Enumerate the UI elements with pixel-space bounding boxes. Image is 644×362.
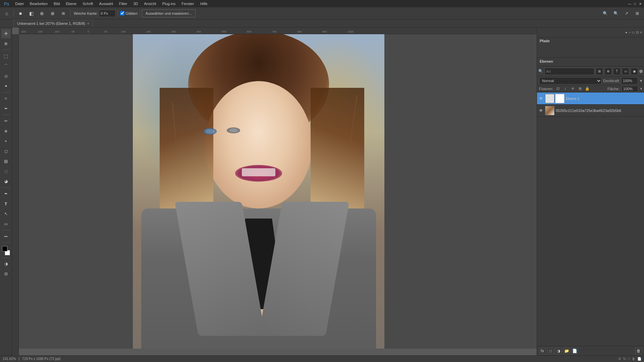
- menu-fenster[interactable]: Fenster: [179, 1, 197, 6]
- clone-tool[interactable]: ⌖: [1, 136, 11, 146]
- arrange-btn[interactable]: ⊞: [633, 9, 642, 18]
- layer-adjustment-button[interactable]: ◑: [555, 348, 562, 354]
- search-icon-btn[interactable]: 🔍: [600, 9, 610, 18]
- lock-transparent-icon[interactable]: ⊡: [555, 86, 560, 92]
- layer-filter-type-btn[interactable]: T: [613, 68, 621, 75]
- weiche-kante-input[interactable]: [99, 10, 116, 17]
- minimize-button[interactable]: —: [627, 1, 632, 6]
- eraser-tool[interactable]: ◻: [1, 146, 11, 156]
- status-bar: 141.62% | 719 Px x 1080 Px (72 ppi) ⚙ fx…: [0, 355, 644, 362]
- crop-tool[interactable]: ⌗: [1, 94, 11, 103]
- canvas-area[interactable]: [19, 34, 537, 349]
- menu-hilfe[interactable]: Hilfe: [198, 1, 210, 6]
- tool-separator-7: [2, 257, 10, 258]
- tool-option-3[interactable]: ⊕: [37, 9, 47, 18]
- lasso-tool[interactable]: ⌒: [1, 61, 11, 71]
- menu-auswahl[interactable]: Auswahl: [96, 1, 116, 6]
- tab-title: Unbenannt-1 bei 207% (Ebene 1, RGB/8): [17, 21, 85, 25]
- brush-tool[interactable]: ✏: [1, 116, 11, 126]
- eyedropper-tool[interactable]: ✒: [1, 104, 11, 113]
- layers-list: 👁 Ebene 1 👁 05265c211e010a725e3ba4623a92…: [537, 93, 644, 346]
- menu-schrift[interactable]: Schrift: [80, 1, 96, 6]
- canvas-empty-left: [19, 34, 133, 349]
- tab-close-btn[interactable]: ×: [87, 22, 89, 25]
- menu-datei[interactable]: Datei: [12, 1, 26, 6]
- lock-label: Fixieren:: [539, 87, 553, 91]
- layer-item-photo[interactable]: 👁 05265c211e010a725e3ba4623a92b5b6: [537, 105, 644, 117]
- object-select-tool[interactable]: ⊡: [1, 71, 11, 81]
- magic-wand-tool[interactable]: ✦: [1, 81, 11, 91]
- layer-thumb-main-photo: [545, 106, 554, 115]
- menu-bild[interactable]: Bild: [51, 1, 62, 6]
- dodge-tool[interactable]: ◕: [1, 177, 11, 186]
- artboard-tool[interactable]: ⊞: [1, 39, 11, 48]
- right-panel: ● ○ ◇ ⊡ ≡ Pfade Ebenen 🔍 ⊞ ⊕ T ▭ ◉: [537, 27, 644, 355]
- foreground-color-swatch[interactable]: [2, 246, 7, 251]
- layer-item-ebene1[interactable]: 👁 Ebene 1: [537, 93, 644, 105]
- move-tool[interactable]: ✛: [1, 29, 11, 38]
- layer-filter-pixel-btn[interactable]: ⊞: [596, 68, 603, 75]
- screen-mode-btn[interactable]: ⊟: [1, 269, 11, 279]
- tool-option-5[interactable]: ≋: [59, 9, 68, 18]
- layers-panel: Ebenen 🔍 ⊞ ⊕ T ▭ ◉ Normal Deckkraft:: [537, 58, 644, 355]
- document-tab[interactable]: Unbenannt-1 bei 207% (Ebene 1, RGB/8) ×: [13, 20, 93, 27]
- menu-bearbeiten[interactable]: Bearbeiten: [27, 1, 50, 6]
- layer-filter-adj-btn[interactable]: ⊕: [604, 68, 612, 75]
- select-tool[interactable]: ⬚: [1, 51, 11, 61]
- layer-visibility-photo[interactable]: 👁: [538, 108, 544, 113]
- photo-teeth: [242, 168, 275, 176]
- opacity-input[interactable]: [621, 77, 638, 84]
- layer-fx-button[interactable]: fx: [539, 348, 546, 354]
- pen-tool[interactable]: ✒: [1, 189, 11, 198]
- ruler-tick: 200: [146, 30, 151, 33]
- tool-option-2[interactable]: ◧: [26, 9, 36, 18]
- layer-filter-toggle[interactable]: [639, 70, 643, 73]
- tool-separator-1: [2, 50, 10, 50]
- search-btn-2[interactable]: 🔍: [611, 9, 621, 18]
- layer-filter-smart-btn[interactable]: ◉: [631, 68, 638, 75]
- tool-option-4[interactable]: ⊗: [48, 9, 57, 18]
- gradient-tool[interactable]: ▤: [1, 157, 11, 166]
- options-toolbar: ⌂ ■ ◧ ⊕ ⊗ ≋ Weiche Kante: Glätten Auswäh…: [0, 7, 644, 19]
- layer-delete-button[interactable]: 🗑: [635, 348, 642, 354]
- close-button[interactable]: ✕: [638, 1, 643, 6]
- layer-visibility-ebene1[interactable]: 👁: [538, 96, 544, 101]
- menu-filter[interactable]: Filter: [116, 1, 130, 6]
- more-tools[interactable]: •••: [1, 232, 11, 241]
- menu-3d[interactable]: 3D: [130, 1, 141, 6]
- panel-collapse-icon[interactable]: ≡: [640, 31, 642, 34]
- panel-diamond-icon: ◇: [632, 31, 635, 34]
- layer-new-button[interactable]: 📄: [571, 348, 578, 354]
- lock-move-icon[interactable]: ✛: [570, 86, 575, 92]
- blend-mode-select[interactable]: Normal: [539, 77, 602, 84]
- home-button[interactable]: ⌂: [2, 9, 11, 18]
- layer-filter-shape-btn[interactable]: ▭: [622, 68, 629, 75]
- lock-brush-icon[interactable]: /: [562, 86, 568, 92]
- lock-all-icon[interactable]: 🔒: [585, 86, 590, 92]
- toolbar-separator-2: [70, 10, 70, 17]
- flaeche-input[interactable]: [622, 86, 638, 92]
- shape-tool[interactable]: ▭: [1, 219, 11, 229]
- blur-tool[interactable]: ◌: [1, 167, 11, 176]
- glatten-checkbox[interactable]: [120, 11, 124, 15]
- mask-mode-btn[interactable]: ◑: [1, 259, 11, 268]
- menu-ansicht[interactable]: Ansicht: [142, 1, 159, 6]
- status-icon-2: fx: [623, 357, 626, 361]
- lock-artboard-icon[interactable]: ⊞: [577, 86, 583, 92]
- layers-search-input[interactable]: [544, 68, 594, 75]
- layer-mask-button[interactable]: □: [547, 348, 554, 354]
- auswaehlen-button[interactable]: Auswählen und maskieren...: [142, 9, 196, 17]
- path-select-tool[interactable]: ↖: [1, 209, 11, 219]
- text-tool[interactable]: T: [1, 199, 11, 208]
- heal-tool[interactable]: ⊕: [1, 126, 11, 136]
- color-picker[interactable]: [1, 245, 11, 256]
- menu-plugins[interactable]: Plug-ins: [160, 1, 178, 6]
- layer-name-ebene1: Ebene 1: [566, 97, 643, 101]
- share-btn[interactable]: ↗: [622, 9, 631, 18]
- menu-ebene[interactable]: Ebene: [63, 1, 79, 6]
- ruler-tick: 500: [222, 30, 226, 33]
- layer-folder-button[interactable]: 📁: [563, 348, 570, 354]
- tool-option-1[interactable]: ■: [16, 9, 25, 18]
- maximize-button[interactable]: □: [633, 1, 637, 6]
- app-icon[interactable]: Ps: [1, 1, 12, 7]
